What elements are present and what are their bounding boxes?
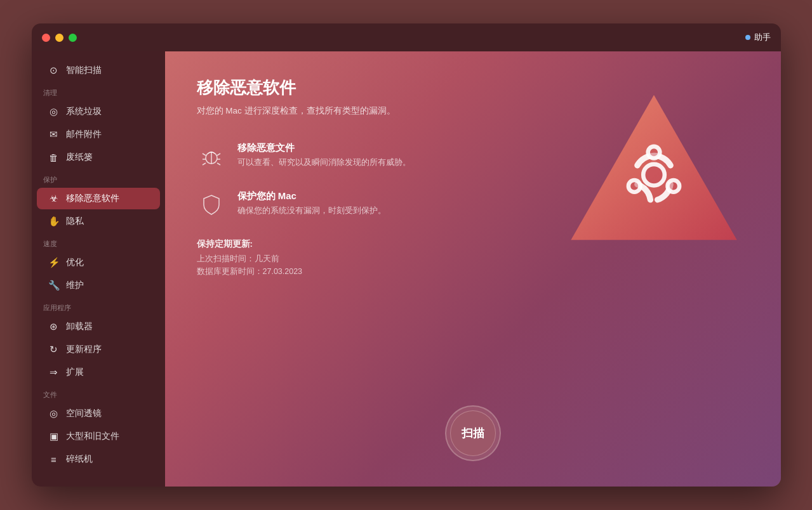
close-button[interactable] [42, 34, 50, 42]
sidebar-item-label: 智能扫描 [66, 65, 102, 76]
svg-point-8 [643, 164, 665, 186]
sidebar-item-smart-scan[interactable]: ⊙ 智能扫描 [37, 60, 160, 81]
feature-card-1: 移除恶意文件 可以查看、研究以及瞬间消除发现的所有威胁。 [197, 142, 502, 171]
svg-line-2 [217, 154, 220, 155]
updater-icon: ↻ [48, 344, 60, 355]
shield-icon [200, 193, 223, 216]
sidebar-item-label: 系统垃圾 [66, 106, 102, 117]
helper-label: 助手 [754, 32, 771, 43]
large-old-icon: ▣ [48, 431, 60, 442]
sidebar-item-label: 更新程序 [66, 344, 102, 355]
svg-point-9 [648, 147, 660, 159]
sidebar-item-maintenance[interactable]: 🔧 维护 [37, 275, 160, 296]
section-speed-label: 速度 [32, 233, 165, 251]
trash-icon: 🗑 [48, 152, 60, 163]
section-files-label: 文件 [32, 384, 165, 402]
sidebar-item-label: 维护 [66, 280, 84, 291]
helper-dot-icon [745, 35, 750, 40]
shredder-icon: ≡ [48, 454, 60, 465]
scan-button[interactable]: 扫描 [445, 405, 501, 461]
sidebar-item-remove-malware[interactable]: ☣ 移除恶意软件 [37, 188, 160, 209]
uninstaller-icon: ⊛ [48, 321, 60, 332]
sidebar-item-label: 碎纸机 [66, 454, 93, 465]
sidebar-item-updater[interactable]: ↻ 更新程序 [37, 339, 160, 360]
svg-line-5 [203, 163, 206, 165]
maximize-button[interactable] [69, 34, 77, 42]
feature2-title: 保护您的 Mac [237, 190, 386, 202]
feature1-title: 移除恶意文件 [237, 142, 411, 154]
feature2-text: 保护您的 Mac 确保您的系统没有漏洞，时刻受到保护。 [237, 190, 386, 217]
sidebar-item-label: 移除恶意软件 [66, 193, 119, 204]
privacy-icon: ✋ [48, 216, 60, 227]
maintenance-icon: 🔧 [48, 280, 60, 291]
scan-button-label[interactable]: 扫描 [450, 410, 496, 456]
feature1-desc: 可以查看、研究以及瞬间消除发现的所有威胁。 [237, 157, 411, 169]
feature2-icon-wrap [197, 190, 226, 219]
sidebar-item-label: 卸载器 [66, 321, 93, 332]
app-body: ⊙ 智能扫描 清理 ◎ 系统垃圾 ✉ 邮件附件 🗑 废纸篓 保护 ☣ 移除恶意软… [32, 51, 781, 487]
svg-point-11 [667, 180, 679, 192]
svg-line-6 [217, 163, 220, 165]
sidebar-item-mail-attachments[interactable]: ✉ 邮件附件 [37, 124, 160, 145]
bug-icon [200, 145, 223, 168]
space-lens-icon: ◎ [48, 408, 60, 419]
sidebar-item-privacy[interactable]: ✋ 隐私 [37, 211, 160, 232]
section-clean-label: 清理 [32, 82, 165, 100]
title-bar: 助手 [32, 23, 781, 51]
helper-button[interactable]: 助手 [745, 32, 771, 43]
sidebar: ⊙ 智能扫描 清理 ◎ 系统垃圾 ✉ 邮件附件 🗑 废纸篓 保护 ☣ 移除恶意软… [32, 51, 165, 487]
sidebar-item-label: 邮件附件 [66, 129, 102, 140]
optimization-icon: ⚡ [48, 257, 60, 268]
sidebar-item-system-junk[interactable]: ◎ 系统垃圾 [37, 101, 160, 122]
sidebar-item-extensions[interactable]: ⇒ 扩展 [37, 362, 160, 383]
sidebar-item-trash[interactable]: 🗑 废纸篓 [37, 147, 160, 168]
app-window: 助手 ⊙ 智能扫描 清理 ◎ 系统垃圾 ✉ 邮件附件 🗑 废纸篓 保护 [32, 23, 781, 487]
mail-icon: ✉ [48, 129, 60, 140]
feature2-desc: 确保您的系统没有漏洞，时刻受到保护。 [237, 205, 386, 217]
sidebar-item-label: 空间透镜 [66, 408, 102, 419]
sidebar-item-large-old[interactable]: ▣ 大型和旧文件 [37, 426, 160, 447]
sidebar-item-label: 大型和旧文件 [66, 431, 119, 442]
svg-line-1 [203, 154, 206, 155]
sidebar-item-label: 扩展 [66, 367, 84, 378]
feature-card-2: 保护您的 Mac 确保您的系统没有漏洞，时刻受到保护。 [197, 190, 502, 219]
biohazard-triangle-icon [565, 83, 743, 261]
smart-scan-icon: ⊙ [48, 65, 60, 76]
sidebar-item-label: 优化 [66, 257, 84, 268]
system-junk-icon: ◎ [48, 106, 60, 117]
main-content: 移除恶意软件 对您的 Mac 进行深度检查，查找所有类型的漏洞。 [165, 51, 781, 487]
feature1-text: 移除恶意文件 可以查看、研究以及瞬间消除发现的所有威胁。 [237, 142, 411, 169]
sidebar-item-optimization[interactable]: ⚡ 优化 [37, 252, 160, 273]
traffic-lights [42, 34, 77, 42]
malware-icon: ☣ [48, 193, 60, 204]
big-icon-wrap [559, 70, 749, 273]
sidebar-item-label: 废纸篓 [66, 152, 93, 163]
minimize-button[interactable] [55, 34, 63, 42]
feature1-icon-wrap [197, 142, 226, 171]
section-protection-label: 保护 [32, 169, 165, 187]
sidebar-item-space-lens[interactable]: ◎ 空间透镜 [37, 403, 160, 424]
extensions-icon: ⇒ [48, 367, 60, 378]
svg-point-10 [628, 180, 640, 192]
scan-button-wrap: 扫描 [445, 405, 501, 461]
sidebar-item-label: 隐私 [66, 216, 84, 227]
section-apps-label: 应用程序 [32, 297, 165, 315]
sidebar-item-uninstaller[interactable]: ⊛ 卸载器 [37, 316, 160, 337]
sidebar-item-shredder[interactable]: ≡ 碎纸机 [37, 448, 160, 470]
